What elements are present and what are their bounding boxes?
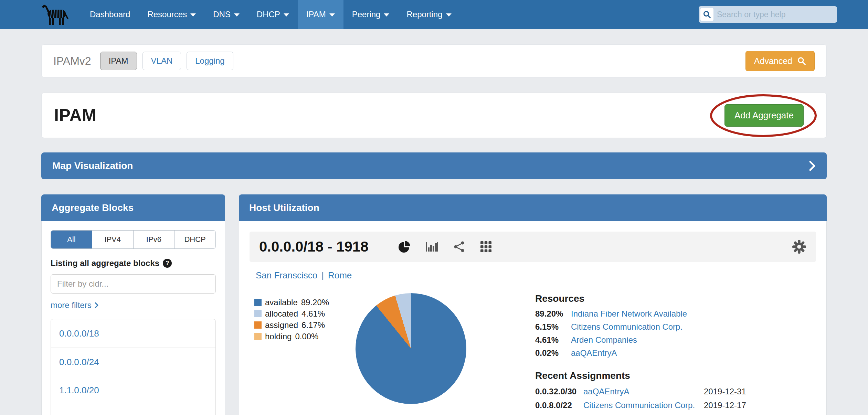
- tab-vlan[interactable]: VLAN: [142, 52, 181, 70]
- nav-label: Resources: [147, 10, 187, 19]
- panels-row: Aggregate Blocks All IPV4 IPv6 DHCP List…: [41, 194, 827, 415]
- legend-pct: 0.00%: [295, 332, 318, 341]
- cidr-filter-input[interactable]: [51, 274, 216, 294]
- legend-swatch-available: [254, 299, 262, 306]
- view-toggle-icons: [398, 241, 492, 253]
- caret-down-icon: [329, 13, 335, 17]
- aggregate-block-list: 0.0.0.0/18 0.0.0.0/24 1.1.0.0/20: [51, 319, 216, 415]
- utilization-content: available 89.20% allocated 4.61% assigne…: [250, 293, 816, 410]
- location-separator: |: [321, 270, 324, 281]
- resource-pct: 89.20%: [535, 309, 571, 319]
- filter-tab-dhcp[interactable]: DHCP: [174, 231, 215, 248]
- resource-pct: 4.61%: [535, 335, 571, 345]
- resource-pct: 6.15%: [535, 322, 571, 332]
- pie-chart-icon[interactable]: [398, 241, 411, 253]
- aggregate-blocks-panel: Aggregate Blocks All IPV4 IPv6 DHCP List…: [41, 194, 225, 415]
- legend-swatch-assigned: [254, 321, 262, 329]
- global-search: [699, 6, 837, 23]
- resource-link[interactable]: Arden Companies: [571, 335, 746, 345]
- top-navbar: Dashboard Resources DNS DHCP IPAM Peerin…: [0, 0, 868, 29]
- recent-cidr: 0.0.32.0/30: [535, 387, 583, 396]
- aggregate-block-link[interactable]: 1.1.0.0/20: [51, 376, 215, 404]
- legend-label: allocated: [265, 309, 298, 319]
- toolbar-title: IPAMv2: [53, 55, 91, 67]
- resources-column: Resources 89.20% Indiana Fiber Network A…: [535, 293, 746, 410]
- resources-list: 89.20% Indiana Fiber Network Available 6…: [535, 309, 746, 358]
- advanced-search-button[interactable]: Advanced: [745, 51, 815, 71]
- ipam-header-card: IPAM Add Aggregate: [41, 93, 827, 138]
- legend-pct: 89.20%: [301, 298, 329, 307]
- nav-label: IPAM: [306, 10, 326, 19]
- nav-label: Dashboard: [90, 10, 130, 19]
- caret-down-icon: [234, 13, 240, 17]
- filter-tab-all[interactable]: All: [51, 231, 92, 248]
- aggregate-block-link[interactable]: 0.0.0.0/24: [51, 348, 215, 376]
- ipamv2-toolbar: IPAMv2 IPAM VLAN Logging Advanced: [41, 44, 827, 77]
- nav-label: DHCP: [257, 10, 280, 19]
- filter-tab-ipv4[interactable]: IPV4: [92, 231, 133, 248]
- pie-legend: available 89.20% allocated 4.61% assigne…: [250, 293, 353, 342]
- legend-item-holding: holding 0.00%: [254, 331, 353, 342]
- tab-ipam[interactable]: IPAM: [100, 52, 137, 70]
- aggregate-block-link-partial[interactable]: [51, 404, 215, 415]
- utilization-pie[interactable]: [356, 293, 466, 404]
- resource-pct: 0.02%: [535, 348, 571, 358]
- filter-tab-ipv6[interactable]: IPv6: [133, 231, 174, 248]
- search-icon[interactable]: [700, 8, 713, 21]
- provision-zebra-logo[interactable]: [0, 0, 81, 29]
- nav-item-resources[interactable]: Resources: [139, 0, 204, 29]
- help-icon[interactable]: [163, 259, 172, 268]
- caret-down-icon: [446, 13, 452, 17]
- chevron-right-icon: [809, 160, 816, 171]
- share-icon[interactable]: [453, 241, 465, 253]
- more-filters-label: more filters: [51, 300, 92, 310]
- tab-logging[interactable]: Logging: [187, 52, 233, 70]
- chevron-right-icon: [94, 302, 98, 308]
- location-link-rome[interactable]: Rome: [328, 270, 352, 281]
- nav-label: DNS: [213, 10, 231, 19]
- resources-title: Resources: [535, 293, 746, 304]
- caret-down-icon: [190, 13, 196, 17]
- legend-item-assigned: assigned 6.17%: [254, 319, 353, 331]
- legend-item-allocated: allocated 4.61%: [254, 308, 353, 319]
- recent-assignments-title: Recent Assignments: [535, 370, 746, 381]
- map-visualization-bar[interactable]: Map Visualization: [41, 152, 827, 179]
- gear-icon[interactable]: [792, 240, 806, 254]
- legend-item-available: available 89.20%: [254, 297, 353, 308]
- map-bar-label: Map Visualization: [52, 160, 133, 171]
- search-input[interactable]: [717, 10, 835, 19]
- listing-row: Listing all aggregate blocks: [51, 258, 216, 268]
- resource-link[interactable]: Indiana Fiber Network Available: [571, 309, 746, 319]
- resource-link[interactable]: Citizens Communication Corp.: [571, 322, 746, 332]
- recent-resource-link[interactable]: Citizens Communication Corp.: [583, 401, 704, 410]
- legend-pct: 4.61%: [301, 309, 325, 319]
- nav-item-dns[interactable]: DNS: [204, 0, 248, 29]
- nav-item-reporting[interactable]: Reporting: [398, 0, 460, 29]
- recent-resource-link[interactable]: aaQAEntryA: [583, 387, 704, 396]
- nav-item-dhcp[interactable]: DHCP: [248, 0, 298, 29]
- caret-down-icon: [284, 13, 289, 17]
- bar-chart-icon[interactable]: [426, 241, 438, 253]
- recent-cidr: 0.0.8.0/22: [535, 401, 583, 410]
- main-container: IPAMv2 IPAM VLAN Logging Advanced IPAM A…: [41, 44, 827, 415]
- recent-assignments-list: 0.0.32.0/30 aaQAEntryA 2019-12-31 0.0.8.…: [535, 387, 746, 410]
- legend-label: available: [265, 298, 298, 307]
- utilization-block-title: 0.0.0.0/18 - 1918: [259, 238, 369, 255]
- aggregate-block-link[interactable]: 0.0.0.0/18: [51, 319, 215, 348]
- resource-link[interactable]: aaQAEntryA: [571, 348, 746, 358]
- page-title: IPAM: [54, 105, 96, 125]
- location-link-san-franscisco[interactable]: San Franscisco: [256, 270, 317, 281]
- grid-view-icon[interactable]: [480, 241, 492, 253]
- more-filters-link[interactable]: more filters: [51, 300, 98, 310]
- nav-item-ipam[interactable]: IPAM: [298, 0, 343, 29]
- nav-item-dashboard[interactable]: Dashboard: [81, 0, 139, 29]
- add-aggregate-wrap: Add Aggregate: [724, 104, 804, 127]
- nav-item-peering[interactable]: Peering: [343, 0, 398, 29]
- search-icon: [797, 56, 806, 65]
- host-utilization-panel: Host Utilization 0.0.0.0/18 - 1918: [239, 194, 827, 415]
- legend-swatch-allocated: [254, 310, 262, 317]
- add-aggregate-button[interactable]: Add Aggregate: [724, 104, 804, 127]
- aggregate-blocks-body: All IPV4 IPv6 DHCP Listing all aggregate…: [41, 221, 225, 415]
- nav-label: Peering: [352, 10, 381, 19]
- advanced-label: Advanced: [754, 56, 792, 66]
